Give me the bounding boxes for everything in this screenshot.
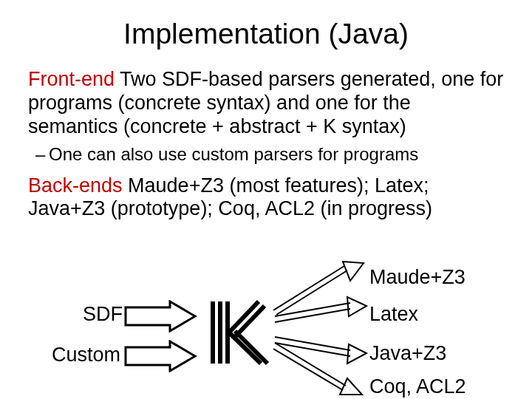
frontend-label: Front-end xyxy=(28,68,115,90)
bullet-dash-icon: – xyxy=(35,143,49,166)
backends-label: Back-ends xyxy=(28,174,123,197)
slide-title: Implementation (Java) xyxy=(28,18,504,50)
output-latex-label: Latex xyxy=(369,303,418,326)
svg-marker-9 xyxy=(343,262,364,281)
frontend-sub-text: One can also use custom parsers for prog… xyxy=(49,144,418,164)
backends-paragraph: Back-ends Maude+Z3 (most features); Late… xyxy=(28,174,504,222)
diagram: SDF Custom xyxy=(0,266,532,399)
svg-line-7 xyxy=(228,331,261,364)
sdf-label: SDF xyxy=(83,303,123,326)
frontend-subbullet: –One can also use custom parsers for pro… xyxy=(50,143,504,166)
arrow-k-to-coq-icon xyxy=(273,340,369,399)
svg-marker-1 xyxy=(126,341,195,371)
output-maude-label: Maude+Z3 xyxy=(369,266,466,289)
k-logo-icon xyxy=(198,296,272,369)
slide: Implementation (Java) Front-end Two SDF-… xyxy=(0,0,532,399)
output-coq-label: Coq, ACL2 xyxy=(369,375,466,398)
svg-marker-10 xyxy=(347,297,366,316)
custom-label: Custom xyxy=(52,344,120,366)
svg-marker-12 xyxy=(340,378,362,395)
arrow-sdf-to-k-icon xyxy=(124,300,198,332)
svg-marker-0 xyxy=(126,301,195,331)
svg-line-8 xyxy=(235,331,267,364)
frontend-paragraph: Front-end Two SDF-based parsers generate… xyxy=(28,68,504,139)
output-javaz3-label: Java+Z3 xyxy=(369,342,446,365)
arrow-custom-to-k-icon xyxy=(124,340,198,372)
